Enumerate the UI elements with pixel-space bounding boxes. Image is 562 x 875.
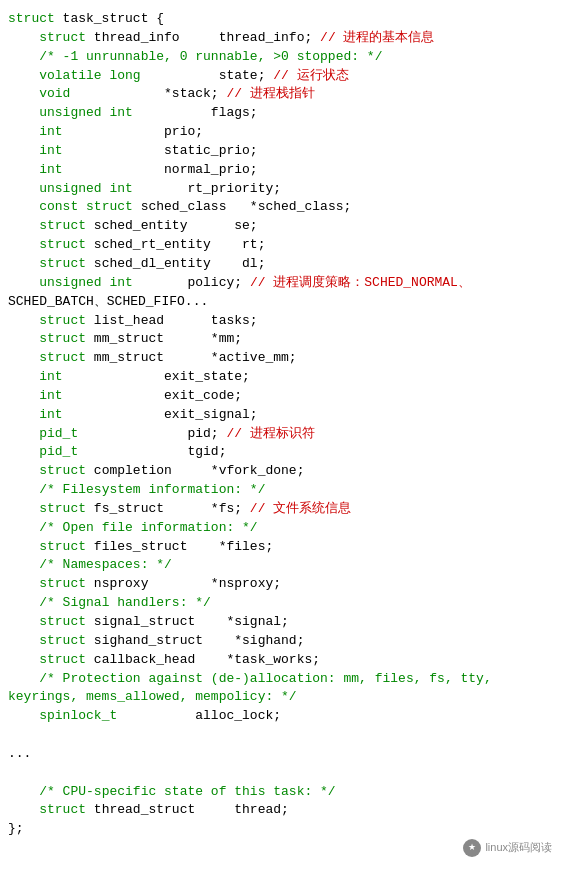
code-segment: /* Protection against (de-)allocation: m…: [39, 671, 491, 686]
code-line: struct sched_rt_entity rt;: [8, 236, 554, 255]
code-segment: pid_t: [39, 444, 78, 459]
code-segment: mm_struct *mm;: [86, 331, 242, 346]
code-segment: sched_entity se;: [86, 218, 258, 233]
code-segment: unsigned int: [39, 105, 133, 120]
code-segment: struct: [39, 501, 86, 516]
code-segment: callback_head *task_works;: [86, 652, 320, 667]
code-segment: /* Signal handlers: */: [39, 595, 211, 610]
code-line: unsigned int policy; // 进程调度策略：SCHED_NOR…: [8, 274, 554, 293]
code-line: struct mm_struct *mm;: [8, 330, 554, 349]
code-line: SCHED_BATCH、SCHED_FIFO...: [8, 293, 554, 312]
code-segment: // 进程标识符: [226, 426, 314, 441]
code-line: int normal_prio;: [8, 161, 554, 180]
code-line: volatile long state; // 运行状态: [8, 67, 554, 86]
code-line: struct thread_struct thread;: [8, 801, 554, 820]
code-line: struct files_struct *files;: [8, 538, 554, 557]
code-segment: struct: [8, 11, 55, 26]
code-segment: /* CPU-specific state of this task: */: [39, 784, 335, 799]
code-segment: struct: [39, 614, 86, 629]
code-segment: sched_class *sched_class;: [133, 199, 351, 214]
code-line: [8, 764, 554, 783]
code-segment: struct: [39, 652, 86, 667]
code-line: /* Signal handlers: */: [8, 594, 554, 613]
code-line: pid_t tgid;: [8, 443, 554, 462]
code-segment: struct: [39, 633, 86, 648]
code-segment: // 文件系统信息: [250, 501, 351, 516]
code-segment: struct: [39, 539, 86, 554]
code-line: struct sighand_struct *sighand;: [8, 632, 554, 651]
code-segment: unsigned int: [39, 275, 133, 290]
code-segment: sched_dl_entity dl;: [86, 256, 265, 271]
code-segment: int: [39, 388, 62, 403]
code-line: [8, 726, 554, 745]
code-segment: thread_info thread_info;: [86, 30, 320, 45]
code-segment: rt_priority;: [133, 181, 281, 196]
code-line: spinlock_t alloc_lock;: [8, 707, 554, 726]
code-segment: struct: [39, 237, 86, 252]
code-segment: int: [39, 162, 62, 177]
watermark: ★ linux源码阅读: [463, 839, 552, 857]
code-line: struct sched_dl_entity dl;: [8, 255, 554, 274]
code-segment: static_prio;: [63, 143, 258, 158]
code-segment: };: [8, 821, 24, 836]
code-line: int static_prio;: [8, 142, 554, 161]
code-line: ...: [8, 745, 554, 764]
code-segment: flags;: [133, 105, 258, 120]
code-segment: task_struct {: [55, 11, 164, 26]
code-segment: struct: [39, 313, 86, 328]
code-line: struct fs_struct *fs; // 文件系统信息: [8, 500, 554, 519]
code-segment: exit_state;: [63, 369, 250, 384]
code-line: const struct sched_class *sched_class;: [8, 198, 554, 217]
code-segment: tgid;: [78, 444, 226, 459]
code-line: /* -1 unrunnable, 0 runnable, >0 stopped…: [8, 48, 554, 67]
code-segment: sighand_struct *sighand;: [86, 633, 304, 648]
code-line: struct callback_head *task_works;: [8, 651, 554, 670]
code-segment: alloc_lock;: [117, 708, 281, 723]
code-segment: sched_rt_entity rt;: [86, 237, 265, 252]
code-segment: // 进程的基本信息: [320, 30, 434, 45]
code-segment: files_struct *files;: [86, 539, 273, 554]
code-segment: struct: [39, 218, 86, 233]
code-segment: /* Namespaces: */: [39, 557, 172, 572]
code-segment: void: [39, 86, 70, 101]
code-segment: struct: [39, 331, 86, 346]
code-segment: thread_struct thread;: [86, 802, 289, 817]
code-line: int exit_signal;: [8, 406, 554, 425]
code-line: unsigned int rt_priority;: [8, 180, 554, 199]
code-segment: /* Filesystem information: */: [39, 482, 265, 497]
code-line: unsigned int flags;: [8, 104, 554, 123]
code-segment: int: [39, 124, 62, 139]
code-line: struct completion *vfork_done;: [8, 462, 554, 481]
code-segment: /* Open file information: */: [39, 520, 257, 535]
code-line: pid_t pid; // 进程标识符: [8, 425, 554, 444]
code-segment: exit_signal;: [63, 407, 258, 422]
code-segment: prio;: [63, 124, 203, 139]
code-segment: // 进程调度策略：SCHED_NORMAL、: [250, 275, 471, 290]
code-line: int exit_state;: [8, 368, 554, 387]
code-segment: struct: [39, 256, 86, 271]
code-line: /* Filesystem information: */: [8, 481, 554, 500]
code-segment: unsigned int: [39, 181, 133, 196]
code-line: keyrings, mems_allowed, mempolicy: */: [8, 688, 554, 707]
code-segment: normal_prio;: [63, 162, 258, 177]
code-segment: nsproxy *nsproxy;: [86, 576, 281, 591]
code-segment: struct: [39, 463, 86, 478]
code-segment: keyrings, mems_allowed, mempolicy: */: [8, 689, 297, 704]
code-segment: pid_t: [39, 426, 78, 441]
watermark-icon: ★: [463, 839, 481, 857]
code-line: struct sched_entity se;: [8, 217, 554, 236]
code-line: void *stack; // 进程栈指针: [8, 85, 554, 104]
code-line: /* Open file information: */: [8, 519, 554, 538]
code-segment: int: [39, 369, 62, 384]
code-segment: spinlock_t: [39, 708, 117, 723]
code-line: struct task_struct {: [8, 10, 554, 29]
code-line: int exit_code;: [8, 387, 554, 406]
code-segment: list_head tasks;: [86, 313, 258, 328]
code-segment: struct: [39, 350, 86, 365]
code-line: struct thread_info thread_info; // 进程的基本…: [8, 29, 554, 48]
code-segment: signal_struct *signal;: [86, 614, 289, 629]
code-segment: int: [39, 143, 62, 158]
watermark-label: linux源码阅读: [485, 840, 552, 856]
code-segment: struct: [39, 30, 86, 45]
code-segment: exit_code;: [63, 388, 242, 403]
